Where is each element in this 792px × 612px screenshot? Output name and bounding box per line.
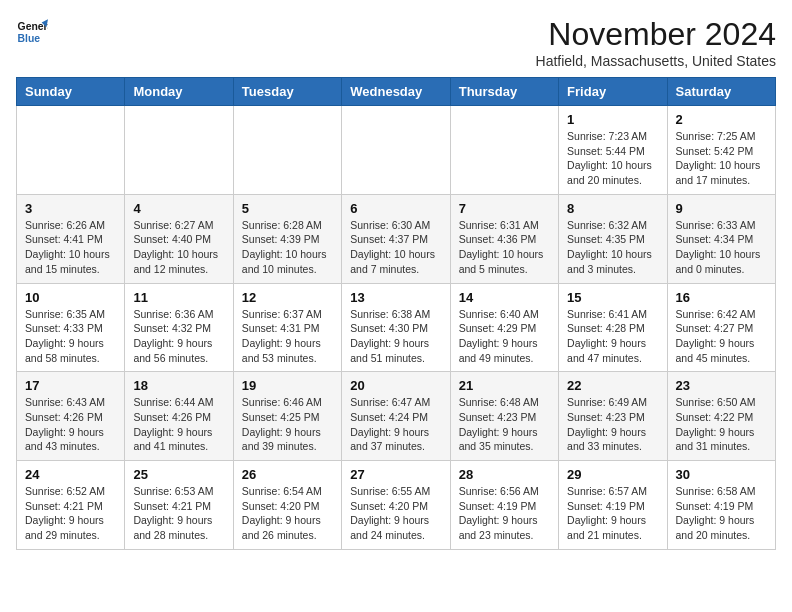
- calendar-header-tuesday: Tuesday: [233, 78, 341, 106]
- day-number: 27: [350, 467, 441, 482]
- page-header: General Blue November 2024 Hatfield, Mas…: [16, 16, 776, 69]
- calendar-cell: 27Sunrise: 6:55 AMSunset: 4:20 PMDayligh…: [342, 461, 450, 550]
- day-info: Sunrise: 6:43 AMSunset: 4:26 PMDaylight:…: [25, 395, 116, 454]
- calendar-cell: 24Sunrise: 6:52 AMSunset: 4:21 PMDayligh…: [17, 461, 125, 550]
- day-number: 11: [133, 290, 224, 305]
- day-info: Sunrise: 6:58 AMSunset: 4:19 PMDaylight:…: [676, 484, 767, 543]
- day-number: 15: [567, 290, 658, 305]
- day-info: Sunrise: 6:53 AMSunset: 4:21 PMDaylight:…: [133, 484, 224, 543]
- calendar-week-3: 10Sunrise: 6:35 AMSunset: 4:33 PMDayligh…: [17, 283, 776, 372]
- day-info: Sunrise: 6:50 AMSunset: 4:22 PMDaylight:…: [676, 395, 767, 454]
- logo-icon: General Blue: [16, 16, 48, 48]
- day-info: Sunrise: 6:27 AMSunset: 4:40 PMDaylight:…: [133, 218, 224, 277]
- day-info: Sunrise: 6:31 AMSunset: 4:36 PMDaylight:…: [459, 218, 550, 277]
- day-info: Sunrise: 6:44 AMSunset: 4:26 PMDaylight:…: [133, 395, 224, 454]
- calendar-cell: 21Sunrise: 6:48 AMSunset: 4:23 PMDayligh…: [450, 372, 558, 461]
- calendar-week-5: 24Sunrise: 6:52 AMSunset: 4:21 PMDayligh…: [17, 461, 776, 550]
- calendar-cell: 9Sunrise: 6:33 AMSunset: 4:34 PMDaylight…: [667, 194, 775, 283]
- day-number: 18: [133, 378, 224, 393]
- calendar-cell: 7Sunrise: 6:31 AMSunset: 4:36 PMDaylight…: [450, 194, 558, 283]
- calendar-cell: 2Sunrise: 7:25 AMSunset: 5:42 PMDaylight…: [667, 106, 775, 195]
- day-info: Sunrise: 6:40 AMSunset: 4:29 PMDaylight:…: [459, 307, 550, 366]
- day-info: Sunrise: 6:28 AMSunset: 4:39 PMDaylight:…: [242, 218, 333, 277]
- day-number: 6: [350, 201, 441, 216]
- day-number: 21: [459, 378, 550, 393]
- day-info: Sunrise: 7:25 AMSunset: 5:42 PMDaylight:…: [676, 129, 767, 188]
- calendar-cell: 16Sunrise: 6:42 AMSunset: 4:27 PMDayligh…: [667, 283, 775, 372]
- day-number: 28: [459, 467, 550, 482]
- calendar-header-row: SundayMondayTuesdayWednesdayThursdayFrid…: [17, 78, 776, 106]
- calendar-week-4: 17Sunrise: 6:43 AMSunset: 4:26 PMDayligh…: [17, 372, 776, 461]
- day-info: Sunrise: 6:36 AMSunset: 4:32 PMDaylight:…: [133, 307, 224, 366]
- day-number: 13: [350, 290, 441, 305]
- calendar-cell: 26Sunrise: 6:54 AMSunset: 4:20 PMDayligh…: [233, 461, 341, 550]
- calendar-cell: 17Sunrise: 6:43 AMSunset: 4:26 PMDayligh…: [17, 372, 125, 461]
- day-number: 30: [676, 467, 767, 482]
- day-number: 26: [242, 467, 333, 482]
- day-info: Sunrise: 6:55 AMSunset: 4:20 PMDaylight:…: [350, 484, 441, 543]
- day-number: 22: [567, 378, 658, 393]
- day-number: 12: [242, 290, 333, 305]
- day-info: Sunrise: 6:56 AMSunset: 4:19 PMDaylight:…: [459, 484, 550, 543]
- calendar-week-1: 1Sunrise: 7:23 AMSunset: 5:44 PMDaylight…: [17, 106, 776, 195]
- day-info: Sunrise: 6:33 AMSunset: 4:34 PMDaylight:…: [676, 218, 767, 277]
- calendar-header-wednesday: Wednesday: [342, 78, 450, 106]
- calendar-cell: 23Sunrise: 6:50 AMSunset: 4:22 PMDayligh…: [667, 372, 775, 461]
- day-info: Sunrise: 6:38 AMSunset: 4:30 PMDaylight:…: [350, 307, 441, 366]
- day-info: Sunrise: 7:23 AMSunset: 5:44 PMDaylight:…: [567, 129, 658, 188]
- day-number: 17: [25, 378, 116, 393]
- calendar-cell: 5Sunrise: 6:28 AMSunset: 4:39 PMDaylight…: [233, 194, 341, 283]
- calendar-cell: 20Sunrise: 6:47 AMSunset: 4:24 PMDayligh…: [342, 372, 450, 461]
- calendar-cell: 10Sunrise: 6:35 AMSunset: 4:33 PMDayligh…: [17, 283, 125, 372]
- day-number: 16: [676, 290, 767, 305]
- day-info: Sunrise: 6:49 AMSunset: 4:23 PMDaylight:…: [567, 395, 658, 454]
- calendar-cell: 22Sunrise: 6:49 AMSunset: 4:23 PMDayligh…: [559, 372, 667, 461]
- day-info: Sunrise: 6:37 AMSunset: 4:31 PMDaylight:…: [242, 307, 333, 366]
- calendar-cell: 15Sunrise: 6:41 AMSunset: 4:28 PMDayligh…: [559, 283, 667, 372]
- calendar-cell: 25Sunrise: 6:53 AMSunset: 4:21 PMDayligh…: [125, 461, 233, 550]
- calendar-cell: 3Sunrise: 6:26 AMSunset: 4:41 PMDaylight…: [17, 194, 125, 283]
- day-info: Sunrise: 6:30 AMSunset: 4:37 PMDaylight:…: [350, 218, 441, 277]
- calendar-week-2: 3Sunrise: 6:26 AMSunset: 4:41 PMDaylight…: [17, 194, 776, 283]
- calendar-header-friday: Friday: [559, 78, 667, 106]
- day-info: Sunrise: 6:41 AMSunset: 4:28 PMDaylight:…: [567, 307, 658, 366]
- calendar-cell: 11Sunrise: 6:36 AMSunset: 4:32 PMDayligh…: [125, 283, 233, 372]
- day-info: Sunrise: 6:47 AMSunset: 4:24 PMDaylight:…: [350, 395, 441, 454]
- svg-text:Blue: Blue: [18, 33, 41, 44]
- day-info: Sunrise: 6:32 AMSunset: 4:35 PMDaylight:…: [567, 218, 658, 277]
- day-info: Sunrise: 6:42 AMSunset: 4:27 PMDaylight:…: [676, 307, 767, 366]
- calendar-cell: 30Sunrise: 6:58 AMSunset: 4:19 PMDayligh…: [667, 461, 775, 550]
- calendar-cell: 8Sunrise: 6:32 AMSunset: 4:35 PMDaylight…: [559, 194, 667, 283]
- calendar-cell: 28Sunrise: 6:56 AMSunset: 4:19 PMDayligh…: [450, 461, 558, 550]
- day-number: 29: [567, 467, 658, 482]
- day-info: Sunrise: 6:57 AMSunset: 4:19 PMDaylight:…: [567, 484, 658, 543]
- calendar-cell: 19Sunrise: 6:46 AMSunset: 4:25 PMDayligh…: [233, 372, 341, 461]
- day-info: Sunrise: 6:46 AMSunset: 4:25 PMDaylight:…: [242, 395, 333, 454]
- calendar: SundayMondayTuesdayWednesdayThursdayFrid…: [16, 77, 776, 550]
- calendar-header-monday: Monday: [125, 78, 233, 106]
- calendar-cell: [342, 106, 450, 195]
- calendar-cell: [125, 106, 233, 195]
- day-info: Sunrise: 6:26 AMSunset: 4:41 PMDaylight:…: [25, 218, 116, 277]
- day-number: 1: [567, 112, 658, 127]
- day-number: 25: [133, 467, 224, 482]
- calendar-header-sunday: Sunday: [17, 78, 125, 106]
- calendar-cell: 12Sunrise: 6:37 AMSunset: 4:31 PMDayligh…: [233, 283, 341, 372]
- day-number: 24: [25, 467, 116, 482]
- day-number: 3: [25, 201, 116, 216]
- day-number: 20: [350, 378, 441, 393]
- day-number: 10: [25, 290, 116, 305]
- calendar-cell: [450, 106, 558, 195]
- day-info: Sunrise: 6:54 AMSunset: 4:20 PMDaylight:…: [242, 484, 333, 543]
- calendar-cell: 1Sunrise: 7:23 AMSunset: 5:44 PMDaylight…: [559, 106, 667, 195]
- day-number: 19: [242, 378, 333, 393]
- calendar-header-thursday: Thursday: [450, 78, 558, 106]
- month-title: November 2024: [536, 16, 776, 53]
- calendar-cell: 29Sunrise: 6:57 AMSunset: 4:19 PMDayligh…: [559, 461, 667, 550]
- title-area: November 2024 Hatfield, Massachusetts, U…: [536, 16, 776, 69]
- day-number: 23: [676, 378, 767, 393]
- calendar-cell: 13Sunrise: 6:38 AMSunset: 4:30 PMDayligh…: [342, 283, 450, 372]
- day-number: 7: [459, 201, 550, 216]
- day-number: 4: [133, 201, 224, 216]
- day-number: 2: [676, 112, 767, 127]
